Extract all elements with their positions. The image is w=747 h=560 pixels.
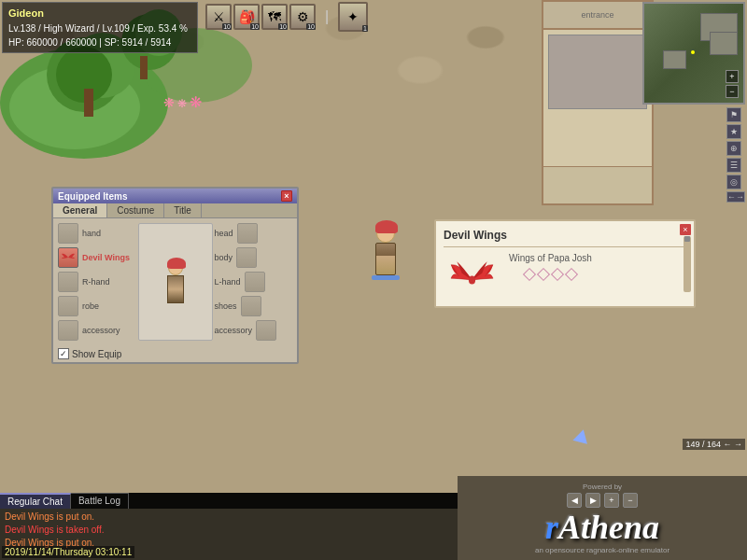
equip-slot-devil-wings: Devil Wings <box>58 247 136 268</box>
minimap-icon-2[interactable]: ★ <box>726 124 741 139</box>
toolbar-counter-4: 10 <box>306 23 316 30</box>
tooltip-content: Wings of Papa Josh <box>444 252 686 299</box>
devil-wings-svg <box>446 255 498 297</box>
rathena-logo: Powered by ◀ ▶ + − rAthena an opensource… <box>458 476 747 560</box>
hand-slot-icon <box>58 223 78 244</box>
equip-slot-rhand: R-hand <box>58 272 136 292</box>
equip-char-preview <box>138 223 213 341</box>
rathena-icon-4[interactable]: − <box>623 493 638 508</box>
char-head <box>376 224 395 243</box>
equip-slot-robe: robe <box>58 296 136 316</box>
equip-show-btn[interactable]: ✓ Show Equip <box>58 348 292 359</box>
devil-wings-small-icon <box>61 251 76 264</box>
player-name: Gideon <box>8 6 191 21</box>
equip-window-title: Equipped Items <box>58 191 127 202</box>
shoes-slot-icon <box>241 296 261 316</box>
chat-tab-battle[interactable]: Battle Log <box>71 493 129 509</box>
head-slot-icon <box>237 223 258 244</box>
player-character <box>369 224 402 289</box>
toolbar-counter-3: 10 <box>278 23 288 30</box>
svg-point-0 <box>468 275 474 284</box>
toolbar-btn-1[interactable]: ⚔ 10 <box>205 4 232 30</box>
show-equip-checkbox[interactable]: ✓ <box>58 348 69 359</box>
toolbar-counter-2: 10 <box>250 23 260 30</box>
minimap-content: + − <box>644 4 743 103</box>
player-level: Lv.138 / High Wizard / Lv.109 / Exp. 53.… <box>8 21 191 35</box>
rathena-icon-1[interactable]: ◀ <box>567 493 582 508</box>
tooltip-scrollbar[interactable] <box>684 236 691 292</box>
show-equip-label: Show Equip <box>72 349 121 359</box>
accessory-right-label: accessory <box>215 326 253 335</box>
accessory-left-slot-icon <box>58 320 78 341</box>
minimap-side-icons: ⚑ ★ ⊕ ☰ ◎ ←→ <box>726 107 745 203</box>
equip-char-sprite <box>167 260 184 303</box>
equip-window: Equipped Items × General Costume Title h… <box>51 187 299 364</box>
diamond-3 <box>551 268 564 281</box>
toolbar-counter-5: 1 <box>362 25 368 32</box>
body-slot-icon <box>236 247 257 268</box>
accessory-right-slot-icon <box>256 320 276 341</box>
chat-tab-regular[interactable]: Regular Chat <box>0 493 71 509</box>
rathena-title-r: r <box>545 509 558 546</box>
equip-slot-hand: hand <box>58 223 136 244</box>
devil-wings-label: Devil Wings <box>82 253 130 262</box>
diamond-4 <box>565 268 578 281</box>
robe-slot-icon <box>58 296 78 316</box>
toolbar-btn-5[interactable]: ✦ 1 <box>338 2 368 32</box>
char-platform <box>372 275 400 280</box>
rathena-icon-2[interactable]: ▶ <box>585 493 600 508</box>
equip-tab-costume[interactable]: Costume <box>107 203 164 217</box>
equip-slot-shoes: shoes <box>215 296 293 316</box>
equip-tab-general[interactable]: General <box>53 203 107 217</box>
tooltip-item-icon <box>444 252 500 299</box>
tooltip-divider <box>444 246 686 247</box>
powered-by-text: Powered by <box>583 483 622 491</box>
rathena-subtitle: an opensource ragnarok-online emulator <box>535 546 669 554</box>
char-body <box>375 243 396 275</box>
rhand-slot-icon <box>58 272 78 292</box>
tooltip-title: Devil Wings <box>444 229 686 242</box>
tooltip-close-btn[interactable]: × <box>680 224 691 235</box>
timestamp: 2019/11/14/Thursday 03:10:11 <box>2 546 134 558</box>
gear-icon: ⚙ <box>297 9 309 24</box>
equip-slot-head: head <box>215 223 293 244</box>
minimap-building-3 <box>710 32 738 55</box>
chat-msg-1: Devil Wings is put on. <box>5 511 453 524</box>
minimap-zoom-in[interactable]: + <box>726 70 739 83</box>
equip-slot-lhand: L-hand <box>215 272 293 292</box>
toolbar-separator: | <box>317 8 336 25</box>
equip-slot-body: body <box>215 247 293 268</box>
minimap-icon-3[interactable]: ⊕ <box>726 141 741 156</box>
hand-slot-label: hand <box>82 229 101 238</box>
chat-tabs: Regular Chat Battle Log <box>0 493 458 509</box>
equip-window-close[interactable]: × <box>281 190 292 202</box>
toolbar-btn-3[interactable]: 🗺 10 <box>261 4 288 30</box>
devil-wings-tooltip: × Devil Wings Wings of Papa Josh <box>434 219 696 308</box>
minimap: + − <box>642 2 745 105</box>
equip-left-column: hand Devil Wings R-hand robe <box>58 223 136 341</box>
player-hp-sp: HP: 660000 / 660000 | SP: 5914 / 5914 <box>8 35 191 49</box>
rathena-icon-3[interactable]: + <box>604 493 619 508</box>
minimap-zoom-out[interactable]: − <box>726 85 739 98</box>
minimap-icon-5[interactable]: ◎ <box>726 175 741 189</box>
diamond-2 <box>537 268 550 281</box>
rhand-slot-label: R-hand <box>82 277 110 287</box>
toolbar-btn-4[interactable]: ⚙ 10 <box>289 4 316 30</box>
equip-tabs: General Costume Title <box>53 203 297 218</box>
diamond-1 <box>523 268 536 281</box>
devil-wings-slot-icon[interactable] <box>58 247 78 268</box>
robe-slot-label: robe <box>82 301 99 311</box>
minimap-icon-1[interactable]: ⚑ <box>726 107 741 122</box>
rathena-icon-bar: ◀ ▶ + − <box>567 493 638 508</box>
rathena-title-rest: Athena <box>558 509 659 546</box>
toolbar-btn-2[interactable]: 🎒 10 <box>233 4 260 30</box>
minimap-icon-4[interactable]: ☰ <box>726 158 741 173</box>
equip-tab-title[interactable]: Title <box>164 203 202 217</box>
head-slot-label: head <box>215 229 233 238</box>
preview-body <box>167 275 184 303</box>
tooltip-desc-text: Wings of Papa Josh <box>509 252 592 265</box>
building-right: entrance <box>542 0 654 205</box>
equip-window-titlebar[interactable]: Equipped Items × <box>53 189 297 203</box>
minimap-building-2 <box>663 50 686 69</box>
minimap-coords: 149 / 164 ← → <box>683 439 745 450</box>
